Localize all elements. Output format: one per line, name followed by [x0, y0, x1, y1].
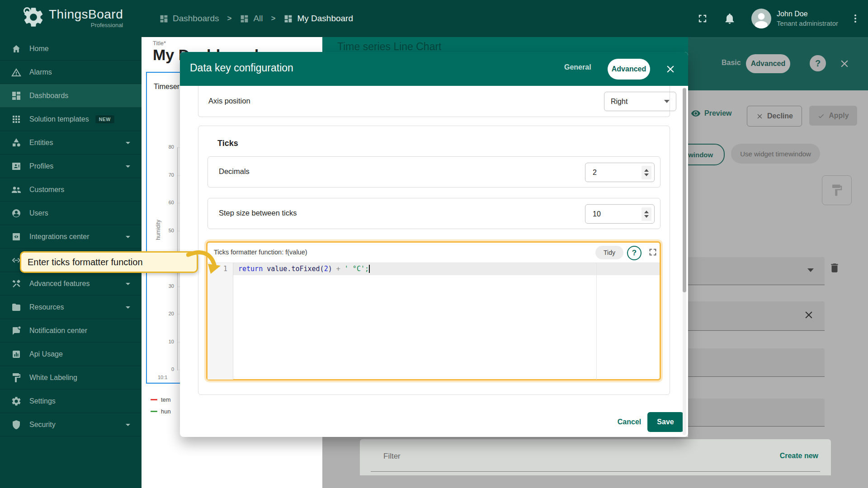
code-token: +	[332, 265, 344, 273]
tidy-button[interactable]: Tidy	[595, 246, 623, 259]
home-icon	[11, 43, 22, 54]
spinner-up-icon[interactable]	[644, 211, 649, 213]
kebab-menu-icon[interactable]	[850, 13, 861, 24]
sidebar-item-security[interactable]: Security	[0, 413, 142, 436]
chevron-down-icon	[123, 161, 133, 172]
legend-item-tem[interactable]: tem	[151, 396, 171, 403]
sidebar-item-label: Alarms	[29, 68, 52, 76]
scrollbar[interactable]	[683, 87, 686, 435]
chart-y-tick: 10	[153, 339, 174, 344]
sidebar-item-entities[interactable]: Entities	[0, 131, 142, 155]
white-labeling-icon	[11, 372, 22, 383]
sidebar-item-advanced-features[interactable]: Advanced features	[0, 272, 142, 296]
sidebar-item-label: Settings	[29, 397, 56, 405]
user-info[interactable]: John Doe Tenant administrator	[777, 9, 838, 28]
breadcrumb-dashboards[interactable]: Dashboards	[159, 14, 219, 23]
breadcrumb: Dashboards>All>My Dashboard	[159, 0, 353, 37]
top-bar: ThingsBoard Professional Dashboards>All>…	[0, 0, 868, 37]
user-avatar[interactable]	[751, 9, 771, 28]
entities-icon	[11, 137, 22, 148]
solution-templates-icon	[11, 114, 22, 125]
number-stepper[interactable]	[642, 166, 651, 179]
dialog-header: Data key configuration General Advanced	[180, 52, 688, 86]
save-button[interactable]: Save	[647, 412, 684, 432]
fullscreen-icon[interactable]	[696, 12, 709, 25]
sidebar-item-label: Api Usage	[29, 350, 63, 358]
sidebar-item-customers[interactable]: Customers	[0, 178, 142, 202]
backdrop-overlay	[688, 37, 868, 488]
spinner-down-icon[interactable]	[644, 215, 649, 218]
tab-general[interactable]: General	[564, 63, 591, 71]
sidebar-item-label: Home	[29, 45, 49, 53]
cancel-button[interactable]: Cancel	[611, 412, 647, 432]
line-number: 1	[208, 265, 227, 273]
tour-tooltip-text: Enter ticks formatter function	[28, 257, 143, 267]
expand-fullscreen-icon[interactable]	[648, 247, 658, 257]
dashboards-icon	[159, 14, 169, 23]
sidebar-item-label: Advanced features	[29, 280, 90, 288]
breadcrumb-all[interactable]: All	[240, 14, 263, 23]
users-icon	[11, 208, 22, 219]
sidebar-item-api-usage[interactable]: Api Usage	[0, 343, 142, 366]
chart-y-tick: 80	[153, 144, 174, 150]
legend-item-hun[interactable]: hun	[151, 408, 171, 415]
axis-position-value: Right	[611, 98, 627, 106]
legend-label: tem	[161, 396, 171, 403]
decimals-input[interactable]: 2	[585, 163, 655, 182]
sidebar-item-label: White Labeling	[29, 374, 77, 382]
number-stepper[interactable]	[642, 207, 651, 221]
step-size-input[interactable]: 10	[585, 204, 655, 224]
api-usage-icon	[11, 349, 22, 360]
help-icon[interactable]: ?	[627, 246, 642, 260]
sidebar-item-home[interactable]: Home	[0, 37, 142, 61]
notifications-bell-icon[interactable]	[723, 12, 736, 25]
sidebar-item-label: Solution templates	[29, 115, 89, 123]
editor-ruler	[596, 263, 597, 380]
decimals-label: Decimals	[219, 167, 250, 176]
breadcrumb-my-dashboard[interactable]: My Dashboard	[283, 14, 353, 23]
step-size-row: Step size between ticks 10	[208, 198, 660, 229]
sidebar-item-notification-center[interactable]: Notification center	[0, 319, 142, 343]
sidebar-item-resources[interactable]: Resources	[0, 296, 142, 319]
chevron-down-icon	[664, 100, 670, 103]
chevron-down-icon	[123, 278, 133, 289]
editor-header: Ticks formatter function: f(value) Tidy …	[208, 243, 660, 263]
sidebar-item-settings[interactable]: Settings	[0, 389, 142, 413]
create-new-link[interactable]: Create new	[780, 452, 818, 460]
scrollbar-thumb[interactable]	[683, 88, 686, 292]
code-token: value.toFixed(	[263, 265, 324, 273]
axis-position-select[interactable]: Right	[604, 92, 676, 111]
sidebar-item-white-labeling[interactable]: White Labeling	[0, 366, 142, 389]
step-size-value: 10	[593, 210, 601, 218]
sidebar-item-alarms[interactable]: Alarms	[0, 61, 142, 84]
sidebar-item-label: Security	[29, 421, 56, 429]
tab-advanced[interactable]: Advanced	[608, 59, 650, 80]
sidebar-item-solution-templates[interactable]: Solution templatesNEW	[0, 108, 142, 131]
sidebar-item-dashboards[interactable]: Dashboards	[0, 84, 142, 108]
chart-y-tick: 0	[153, 366, 174, 372]
code-editor-area[interactable]: 1 return value.toFixed(2) + ' °C';	[208, 263, 660, 380]
widget-config-title: Time series Line Chart	[337, 41, 442, 53]
sidebar-item-label: Resources	[29, 303, 64, 311]
filter-row: Filter Create new	[360, 439, 831, 475]
close-icon[interactable]	[665, 63, 676, 75]
sidebar-item-profiles[interactable]: Profiles	[0, 155, 142, 178]
brand-subtitle: Professional	[49, 22, 123, 28]
code-token: )	[328, 265, 332, 273]
sidebar-item-users[interactable]: Users	[0, 202, 142, 225]
filter-input[interactable]: Filter	[383, 452, 401, 461]
breadcrumb-label: All	[253, 14, 263, 23]
dashboards-icon	[240, 14, 249, 23]
spinner-up-icon[interactable]	[644, 169, 649, 172]
new-badge: NEW	[95, 115, 114, 123]
code-line[interactable]: return value.toFixed(2) + ' °C';	[238, 265, 370, 273]
formatter-function-label: Ticks formatter function: f(value)	[214, 249, 307, 256]
data-key-configuration-dialog: Data key configuration General Advanced …	[180, 52, 688, 437]
axis-position-row: Axis position Right	[198, 86, 670, 117]
spinner-down-icon[interactable]	[644, 174, 649, 176]
sidebar-item-integrations-center[interactable]: Integrations center	[0, 225, 142, 249]
ticks-section: Ticks Decimals 2 Step size between ticks…	[198, 126, 670, 395]
brand[interactable]: ThingsBoard Professional	[22, 5, 123, 29]
alarm-icon	[11, 67, 22, 78]
sidebar-item-label: Users	[29, 209, 48, 217]
